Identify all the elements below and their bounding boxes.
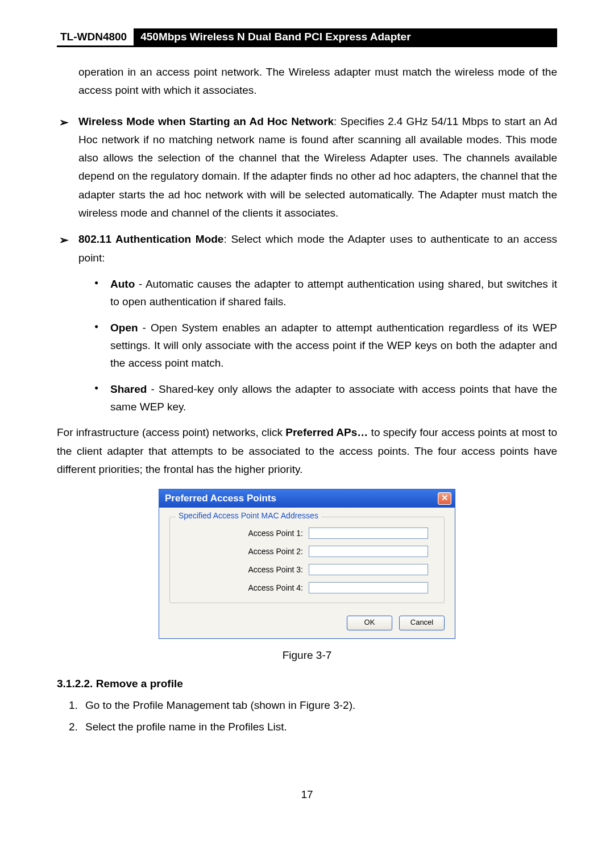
step-1: Go to the Profile Management tab (shown … — [81, 696, 557, 715]
auth-sub-list: Auto - Automatic causes the adapter to a… — [94, 275, 557, 416]
document-page: TL-WDN4800 450Mbps Wireless N Dual Band … — [0, 0, 614, 824]
label-auto: Auto — [110, 278, 135, 290]
list-item: Open - Open System enables an adapter to… — [94, 319, 557, 372]
ap3-input[interactable] — [309, 564, 428, 575]
close-icon[interactable]: ✕ — [438, 492, 451, 505]
feature-list: Wireless Mode when Starting an Ad Hoc Ne… — [57, 113, 557, 416]
product-title: 450Mbps Wireless N Dual Band PCI Express… — [134, 28, 557, 45]
ap1-label: Access Point 1: — [178, 529, 309, 538]
ap1-input[interactable] — [309, 528, 428, 539]
label-auth-mode: 802.11 Authentication Mode — [78, 233, 223, 245]
ap2-input[interactable] — [309, 546, 428, 557]
ap-row-3: Access Point 3: — [178, 564, 436, 575]
dialog-body: Specified Access Point MAC Addresses Acc… — [159, 508, 455, 609]
preferred-aps-dialog: Preferred Access Points ✕ Specified Acce… — [159, 489, 455, 639]
infra-pre: For infrastructure (access point) networ… — [57, 426, 285, 438]
list-item: Shared - Shared-key only allows the adap… — [94, 380, 557, 416]
label-open: Open — [110, 322, 138, 334]
page-number: 17 — [57, 788, 557, 801]
ap3-label: Access Point 3: — [178, 565, 309, 574]
ap-row-4: Access Point 4: — [178, 582, 436, 593]
page-header: TL-WDN4800 450Mbps Wireless N Dual Band … — [57, 28, 557, 47]
text-auto: - Automatic causes the adapter to attemp… — [110, 278, 557, 308]
remove-profile-steps: Go to the Profile Management tab (shown … — [57, 696, 557, 737]
text-open: - Open System enables an adapter to atte… — [110, 322, 557, 369]
step-2: Select the profile name in the Profiles … — [81, 717, 557, 737]
dialog-button-row: OK Cancel — [159, 609, 455, 638]
figure-caption: Figure 3-7 — [57, 649, 557, 662]
infra-paragraph: For infrastructure (access point) networ… — [57, 423, 557, 479]
mac-address-fieldset: Specified Access Point MAC Addresses Acc… — [169, 517, 445, 603]
dialog-titlebar: Preferred Access Points ✕ — [159, 489, 455, 508]
section-heading: 3.1.2.2. Remove a profile — [57, 678, 557, 690]
cancel-button[interactable]: Cancel — [399, 616, 445, 630]
text-shared: - Shared-key only allows the adapter to … — [110, 383, 557, 413]
label-shared: Shared — [110, 383, 147, 395]
ap-row-1: Access Point 1: — [178, 528, 436, 539]
ap2-label: Access Point 2: — [178, 547, 309, 556]
dialog-title: Preferred Access Points — [165, 493, 276, 504]
intro-paragraph: operation in an access point network. Th… — [78, 63, 557, 100]
infra-bold: Preferred APs… — [285, 426, 368, 438]
ap4-label: Access Point 4: — [178, 583, 309, 592]
product-model: TL-WDN4800 — [57, 28, 134, 45]
ok-button[interactable]: OK — [347, 616, 392, 630]
ap4-input[interactable] — [309, 582, 428, 593]
ap-row-2: Access Point 2: — [178, 546, 436, 557]
label-wireless-mode: Wireless Mode when Starting an Ad Hoc Ne… — [78, 115, 334, 127]
list-item: 802.11 Authentication Mode: Select which… — [57, 230, 557, 416]
list-item: Wireless Mode when Starting an Ad Hoc Ne… — [57, 113, 557, 223]
fieldset-legend: Specified Access Point MAC Addresses — [176, 511, 321, 520]
list-item: Auto - Automatic causes the adapter to a… — [94, 275, 557, 311]
text-wireless-mode: : Specifies 2.4 GHz 54/11 Mbps to start … — [78, 115, 557, 219]
